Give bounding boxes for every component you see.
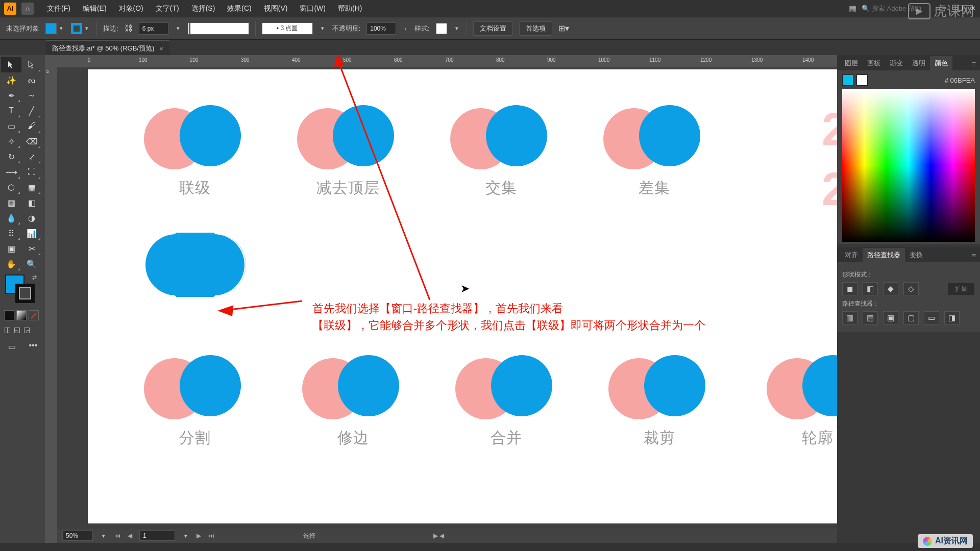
tab-transparency[interactable]: 透明	[908, 56, 930, 70]
tab-artboards[interactable]: 画板	[863, 56, 885, 70]
tab-gradient[interactable]: 渐变	[885, 56, 908, 70]
color-mode-icon[interactable]	[4, 310, 14, 320]
rectangle-tool[interactable]: ▭	[1, 118, 21, 134]
minus-back-icon[interactable]: ◨	[944, 311, 960, 324]
window-minimize[interactable]: —	[943, 5, 950, 12]
menu-effect[interactable]: 效果(C)	[222, 2, 256, 15]
hex-value[interactable]: 06BFEA	[950, 77, 975, 84]
free-transform-tool[interactable]: ⛶	[21, 164, 42, 180]
divide-icon[interactable]: ▥	[842, 311, 857, 324]
search-input[interactable]	[872, 5, 933, 12]
draw-normal-icon[interactable]: ◫	[4, 325, 11, 334]
shaper-tool[interactable]: ✧	[1, 134, 21, 149]
preferences-button[interactable]: 首选项	[519, 21, 552, 36]
line-segment-tool[interactable]: ╱	[21, 103, 42, 118]
shape-builder-tool[interactable]: ⬡	[1, 180, 21, 195]
pen-tool[interactable]: ✒	[1, 88, 21, 103]
selection-tool[interactable]	[1, 57, 21, 72]
none-mode-icon[interactable]	[29, 310, 39, 320]
document-tab[interactable]: 路径查找器.ai* @ 50% (RGB/预览) ×	[46, 40, 169, 55]
brush-dropdown[interactable]: ▾	[319, 25, 326, 32]
home-icon[interactable]: ⌂	[21, 3, 34, 15]
panel-menu-icon[interactable]: ≡	[968, 57, 980, 70]
stroke-color-icon[interactable]	[15, 284, 35, 303]
fill-swatch[interactable]	[45, 23, 57, 34]
opacity-input[interactable]	[366, 22, 396, 35]
zoom-input[interactable]	[62, 531, 93, 541]
menu-view[interactable]: 视图(V)	[259, 2, 293, 15]
gradient-tool[interactable]: ◧	[21, 195, 42, 210]
edit-toolbar-icon[interactable]: •••	[23, 341, 43, 352]
tab-close-icon[interactable]: ×	[159, 45, 163, 53]
expand-button[interactable]: 扩展	[947, 283, 975, 295]
menu-window[interactable]: 窗口(W)	[295, 2, 331, 15]
prev-artboard-icon[interactable]: ◀	[128, 532, 132, 539]
menu-help[interactable]: 帮助(H)	[333, 2, 367, 15]
zoom-tool[interactable]: 🔍	[21, 256, 42, 271]
stroke-link-icon[interactable]: ⛓	[125, 24, 133, 33]
outline-icon[interactable]: ▭	[924, 311, 939, 324]
window-restore[interactable]: ❐	[957, 5, 963, 12]
screen-mode-icon[interactable]: ▭	[2, 339, 22, 354]
graphic-style-swatch[interactable]	[436, 23, 447, 34]
align-to-icon[interactable]: ⊞▾	[558, 23, 569, 33]
merge-icon[interactable]: ▣	[883, 311, 898, 324]
width-tool[interactable]: ⟿	[1, 164, 21, 180]
mesh-tool[interactable]: ▦	[1, 195, 21, 210]
window-close[interactable]: ✕	[970, 5, 976, 12]
menu-select[interactable]: 选择(S)	[186, 2, 220, 15]
first-artboard-icon[interactable]: ⏮	[114, 532, 120, 539]
variable-width-profile[interactable]	[188, 22, 249, 35]
style-dropdown[interactable]: ▾	[453, 25, 460, 32]
document-setup-button[interactable]: 文档设置	[473, 21, 513, 36]
rotate-tool[interactable]: ↻	[1, 149, 21, 164]
scale-tool[interactable]: ⤢	[21, 149, 42, 164]
opacity-dropdown[interactable]: ›	[402, 26, 408, 32]
menu-file[interactable]: 文件(F)	[42, 2, 76, 15]
symbol-sprayer-tool[interactable]: ⠿	[1, 226, 21, 241]
paintbrush-tool[interactable]: 🖌	[21, 118, 42, 134]
blend-tool[interactable]: ◑	[21, 210, 42, 226]
tab-align[interactable]: 对齐	[840, 248, 863, 262]
eraser-tool[interactable]: ⌫	[21, 134, 42, 149]
magic-wand-tool[interactable]: ✨	[1, 72, 21, 88]
tab-pathfinder[interactable]: 路径查找器	[863, 248, 905, 262]
tab-layers[interactable]: 图层	[840, 56, 863, 70]
canvas-area[interactable]: 0 100 200 300 400 500 600 700 800 900 10…	[57, 55, 837, 543]
direct-selection-tool[interactable]	[21, 57, 42, 72]
menu-object[interactable]: 对象(O)	[114, 2, 149, 15]
pathfinder-panel-menu-icon[interactable]: ≡	[968, 249, 980, 262]
gradient-mode-icon[interactable]	[16, 310, 27, 320]
stroke-swatch[interactable]	[71, 23, 82, 34]
menu-edit[interactable]: 编辑(E)	[78, 2, 112, 15]
color-spectrum[interactable]	[842, 89, 975, 242]
draw-behind-icon[interactable]: ◱	[14, 325, 20, 334]
crop-icon[interactable]: ▢	[903, 311, 919, 324]
zoom-dropdown[interactable]: ▾	[100, 533, 107, 539]
lasso-tool[interactable]: ᔓ	[21, 72, 42, 88]
draw-inside-icon[interactable]: ◲	[23, 325, 30, 334]
artboard-tool[interactable]: ▣	[1, 241, 21, 256]
status-play-icon[interactable]: ▶ ◀	[433, 532, 444, 539]
last-artboard-icon[interactable]: ⏭	[208, 532, 214, 539]
artboard-dropdown[interactable]: ▾	[182, 533, 189, 539]
panel-fill-swatch[interactable]	[842, 74, 853, 86]
search-icon[interactable]: 🔍	[862, 5, 870, 12]
curvature-tool[interactable]: ～	[21, 88, 42, 103]
perspective-grid-tool[interactable]: ▦	[21, 180, 42, 195]
stroke-dropdown[interactable]: ▾	[83, 25, 90, 32]
next-artboard-icon[interactable]: ▶	[197, 532, 201, 539]
brush-definition[interactable]: • 3 点圆	[262, 22, 313, 35]
artboard-number-input[interactable]	[139, 531, 175, 541]
menu-type[interactable]: 文字(T)	[151, 2, 184, 15]
tab-transform[interactable]: 变换	[905, 248, 927, 262]
unite-icon[interactable]: ◼	[842, 282, 857, 295]
panel-stroke-swatch[interactable]	[856, 74, 868, 86]
exclude-icon[interactable]: ◇	[903, 282, 919, 295]
arrange-docs-icon[interactable]: ▦	[849, 4, 856, 13]
slice-tool[interactable]: ✂	[21, 241, 42, 256]
fill-stroke-control[interactable]: ⇄	[3, 274, 42, 305]
hand-tool[interactable]: ✋	[1, 256, 21, 271]
minus-front-icon[interactable]: ◧	[863, 282, 878, 295]
eyedropper-tool[interactable]: 💧	[1, 210, 21, 226]
